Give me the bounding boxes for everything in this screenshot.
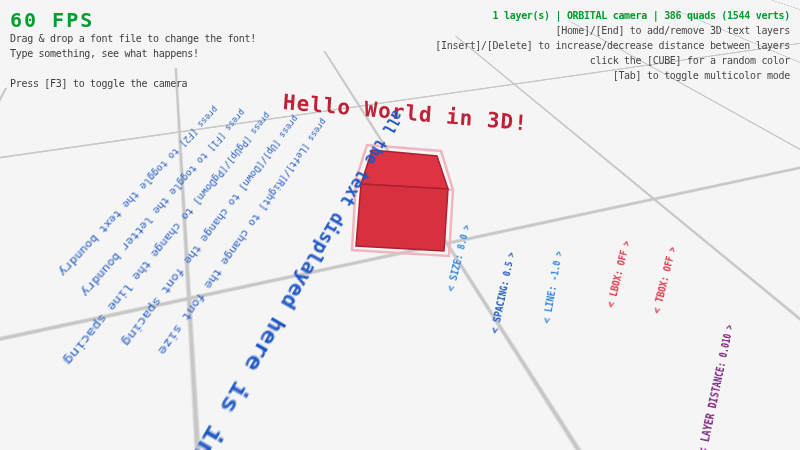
cube-front-face[interactable] (356, 184, 448, 251)
cube-top-face[interactable] (361, 150, 448, 189)
raylib-3d-text-demo-window: Hello World in 3D! all the text displaye… (0, 0, 800, 450)
